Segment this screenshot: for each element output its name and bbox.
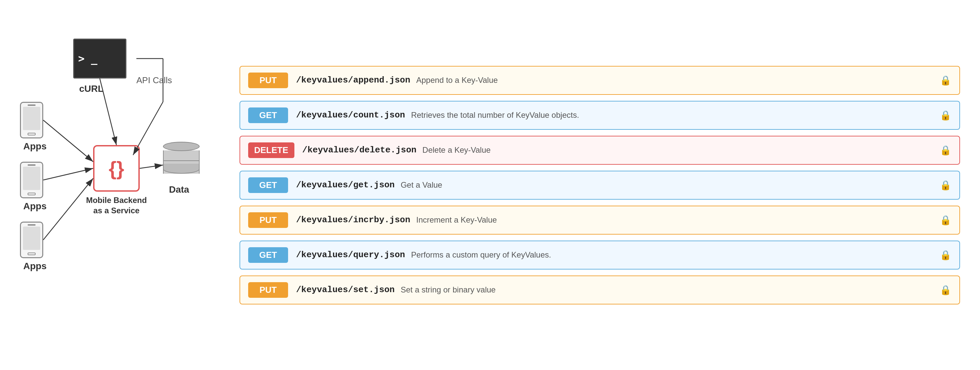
- main-container: > _ cURL API Calls Apps Apps: [0, 0, 980, 370]
- apps-label-3: Apps: [23, 261, 46, 271]
- lock-icon-get: 🔒: [940, 180, 951, 191]
- api-desc-count: Retrieves the total number of KeyValue o…: [411, 110, 940, 120]
- mbaas-label: Mobile Backendas a Service: [85, 195, 148, 215]
- api-row-count[interactable]: GET /keyvalues/count.json Retrieves the …: [240, 101, 960, 130]
- api-row-set[interactable]: PUT /keyvalues/set.json Set a string or …: [240, 276, 960, 305]
- lock-icon-delete: 🔒: [940, 145, 951, 156]
- apps-label-2: Apps: [23, 201, 46, 212]
- method-badge-delete: DELETE: [248, 142, 294, 158]
- diagram-section: > _ cURL API Calls Apps Apps: [20, 35, 213, 335]
- curl-label: cURL: [79, 83, 103, 94]
- api-desc-append: Append to a Key-Value: [416, 75, 940, 85]
- lock-icon-query: 🔒: [940, 250, 951, 260]
- api-path-append: /keyvalues/append.json: [296, 75, 410, 85]
- method-badge-get-count: GET: [248, 107, 288, 123]
- mobile-device-1: [20, 102, 43, 139]
- terminal-icon: > _: [73, 38, 126, 78]
- api-row-incrby[interactable]: PUT /keyvalues/incrby.json Increment a K…: [240, 206, 960, 234]
- method-badge-put-set: PUT: [248, 282, 288, 298]
- api-path-incrby: /keyvalues/incrby.json: [296, 215, 410, 225]
- mbaas-icon[interactable]: {}: [93, 145, 140, 191]
- method-badge-get-query: GET: [248, 247, 288, 263]
- api-endpoints-list: PUT /keyvalues/append.json Append to a K…: [213, 66, 960, 305]
- lock-icon-count: 🔒: [940, 110, 951, 121]
- mobile-device-2: [20, 162, 43, 198]
- api-calls-label: API Calls: [137, 75, 172, 86]
- lock-icon-set: 🔒: [940, 284, 951, 295]
- api-desc-incrby: Increment a Key-Value: [416, 215, 940, 225]
- api-desc-get: Get a Value: [401, 180, 940, 190]
- api-desc-delete: Delete a Key-Value: [422, 145, 940, 155]
- api-path-get: /keyvalues/get.json: [296, 180, 395, 190]
- api-row-delete[interactable]: DELETE /keyvalues/delete.json Delete a K…: [240, 136, 960, 165]
- api-desc-query: Performs a custom query of KeyValues.: [411, 250, 940, 260]
- svg-line-2: [43, 168, 93, 180]
- apps-label-1: Apps: [23, 141, 46, 152]
- method-badge-put-incrby: PUT: [248, 212, 288, 228]
- lock-icon-append: 🔒: [940, 75, 951, 86]
- data-label: Data: [169, 184, 189, 195]
- svg-line-1: [43, 120, 93, 162]
- api-desc-set: Set a string or binary value: [401, 285, 940, 295]
- api-row-query[interactable]: GET /keyvalues/query.json Performs a cus…: [240, 241, 960, 270]
- svg-line-4: [140, 165, 163, 168]
- api-path-count: /keyvalues/count.json: [296, 110, 405, 120]
- lock-icon-incrby: 🔒: [940, 215, 951, 226]
- mobile-device-3: [20, 222, 43, 258]
- method-badge-get-get: GET: [248, 177, 288, 193]
- api-path-delete: /keyvalues/delete.json: [302, 145, 417, 155]
- api-path-query: /keyvalues/query.json: [296, 250, 405, 260]
- api-row-append[interactable]: PUT /keyvalues/append.json Append to a K…: [240, 66, 960, 95]
- api-path-set: /keyvalues/set.json: [296, 285, 395, 295]
- database-icon: [163, 142, 200, 182]
- api-row-get[interactable]: GET /keyvalues/get.json Get a Value 🔒: [240, 171, 960, 199]
- method-badge-put-append: PUT: [248, 73, 288, 88]
